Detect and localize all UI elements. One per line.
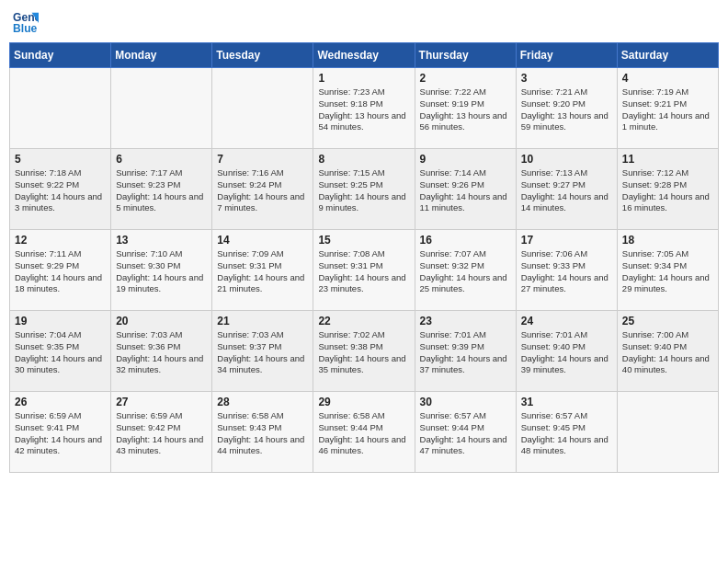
calendar-cell: 15Sunrise: 7:08 AMSunset: 9:31 PMDayligh… [313, 230, 415, 311]
calendar-cell: 27Sunrise: 6:59 AMSunset: 9:42 PMDayligh… [111, 392, 212, 473]
calendar-cell [212, 68, 313, 149]
calendar-cell [10, 68, 111, 149]
day-info: Sunrise: 7:01 AMSunset: 9:40 PMDaylight:… [521, 329, 612, 376]
calendar-cell: 21Sunrise: 7:03 AMSunset: 9:37 PMDayligh… [212, 311, 313, 392]
day-number: 22 [318, 315, 409, 327]
day-number: 27 [116, 396, 207, 408]
calendar-cell: 30Sunrise: 6:57 AMSunset: 9:44 PMDayligh… [415, 392, 516, 473]
day-info: Sunrise: 7:03 AMSunset: 9:37 PMDaylight:… [217, 329, 308, 376]
day-number: 14 [217, 234, 308, 247]
day-info: Sunrise: 6:59 AMSunset: 9:42 PMDaylight:… [116, 410, 207, 457]
calendar-cell: 24Sunrise: 7:01 AMSunset: 9:40 PMDayligh… [516, 311, 617, 392]
calendar-cell: 4Sunrise: 7:19 AMSunset: 9:21 PMDaylight… [617, 68, 718, 149]
calendar-cell [617, 392, 718, 473]
day-number: 31 [521, 396, 612, 408]
calendar-cell: 2Sunrise: 7:22 AMSunset: 9:19 PMDaylight… [415, 68, 516, 149]
calendar-week-row: 5Sunrise: 7:18 AMSunset: 9:22 PMDaylight… [10, 149, 719, 230]
day-info: Sunrise: 7:12 AMSunset: 9:28 PMDaylight:… [622, 167, 713, 214]
day-number: 17 [521, 234, 612, 247]
day-info: Sunrise: 7:18 AMSunset: 9:22 PMDaylight:… [15, 167, 106, 214]
day-info: Sunrise: 7:23 AMSunset: 9:18 PMDaylight:… [318, 86, 409, 133]
calendar-cell: 26Sunrise: 6:59 AMSunset: 9:41 PMDayligh… [10, 392, 111, 473]
day-info: Sunrise: 7:07 AMSunset: 9:32 PMDaylight:… [420, 248, 511, 295]
header: General Blue [9, 9, 719, 35]
calendar-cell: 25Sunrise: 7:00 AMSunset: 9:40 PMDayligh… [617, 311, 718, 392]
calendar-week-row: 12Sunrise: 7:11 AMSunset: 9:29 PMDayligh… [10, 230, 719, 311]
day-number: 30 [420, 396, 511, 408]
calendar-week-row: 1Sunrise: 7:23 AMSunset: 9:18 PMDaylight… [10, 68, 719, 149]
day-info: Sunrise: 7:08 AMSunset: 9:31 PMDaylight:… [318, 248, 409, 295]
calendar-cell: 29Sunrise: 6:58 AMSunset: 9:44 PMDayligh… [313, 392, 415, 473]
logo-icon: General Blue [13, 9, 39, 35]
calendar-cell: 12Sunrise: 7:11 AMSunset: 9:29 PMDayligh… [10, 230, 111, 311]
day-info: Sunrise: 7:09 AMSunset: 9:31 PMDaylight:… [217, 248, 308, 295]
day-number: 2 [420, 72, 511, 85]
day-info: Sunrise: 7:16 AMSunset: 9:24 PMDaylight:… [217, 167, 308, 214]
calendar-cell: 10Sunrise: 7:13 AMSunset: 9:27 PMDayligh… [516, 149, 617, 230]
day-info: Sunrise: 6:57 AMSunset: 9:44 PMDaylight:… [420, 410, 511, 457]
day-info: Sunrise: 6:57 AMSunset: 9:45 PMDaylight:… [521, 410, 612, 457]
day-number: 15 [318, 234, 409, 247]
day-number: 20 [116, 315, 207, 327]
calendar-cell: 28Sunrise: 6:58 AMSunset: 9:43 PMDayligh… [212, 392, 313, 473]
calendar-cell: 9Sunrise: 7:14 AMSunset: 9:26 PMDaylight… [415, 149, 516, 230]
calendar-cell: 13Sunrise: 7:10 AMSunset: 9:30 PMDayligh… [111, 230, 212, 311]
day-number: 19 [15, 315, 106, 327]
day-number: 11 [622, 153, 713, 166]
header-day-thursday: Thursday [415, 43, 516, 68]
day-info: Sunrise: 6:59 AMSunset: 9:41 PMDaylight:… [15, 410, 106, 457]
day-info: Sunrise: 7:00 AMSunset: 9:40 PMDaylight:… [622, 329, 713, 376]
day-number: 10 [521, 153, 612, 166]
calendar-cell: 7Sunrise: 7:16 AMSunset: 9:24 PMDaylight… [212, 149, 313, 230]
calendar-week-row: 19Sunrise: 7:04 AMSunset: 9:35 PMDayligh… [10, 311, 719, 392]
header-day-saturday: Saturday [617, 43, 718, 68]
calendar-cell: 8Sunrise: 7:15 AMSunset: 9:25 PMDaylight… [313, 149, 415, 230]
calendar-cell: 14Sunrise: 7:09 AMSunset: 9:31 PMDayligh… [212, 230, 313, 311]
day-info: Sunrise: 7:15 AMSunset: 9:25 PMDaylight:… [318, 167, 409, 214]
header-day-friday: Friday [516, 43, 617, 68]
day-info: Sunrise: 7:05 AMSunset: 9:34 PMDaylight:… [622, 248, 713, 295]
calendar-cell: 11Sunrise: 7:12 AMSunset: 9:28 PMDayligh… [617, 149, 718, 230]
day-number: 8 [318, 153, 409, 166]
day-number: 4 [622, 72, 713, 85]
day-info: Sunrise: 7:14 AMSunset: 9:26 PMDaylight:… [420, 167, 511, 214]
calendar-cell: 1Sunrise: 7:23 AMSunset: 9:18 PMDaylight… [313, 68, 415, 149]
header-day-sunday: Sunday [10, 43, 111, 68]
day-number: 16 [420, 234, 511, 247]
calendar-header-row: SundayMondayTuesdayWednesdayThursdayFrid… [10, 43, 719, 68]
calendar-cell: 18Sunrise: 7:05 AMSunset: 9:34 PMDayligh… [617, 230, 718, 311]
day-info: Sunrise: 7:17 AMSunset: 9:23 PMDaylight:… [116, 167, 207, 214]
day-info: Sunrise: 7:11 AMSunset: 9:29 PMDaylight:… [15, 248, 106, 295]
day-number: 5 [15, 153, 106, 166]
calendar-cell: 17Sunrise: 7:06 AMSunset: 9:33 PMDayligh… [516, 230, 617, 311]
day-number: 3 [521, 72, 612, 85]
day-info: Sunrise: 7:22 AMSunset: 9:19 PMDaylight:… [420, 86, 511, 133]
day-info: Sunrise: 7:02 AMSunset: 9:38 PMDaylight:… [318, 329, 409, 376]
day-number: 23 [420, 315, 511, 327]
svg-text:Blue: Blue [13, 22, 38, 35]
calendar-week-row: 26Sunrise: 6:59 AMSunset: 9:41 PMDayligh… [10, 392, 719, 473]
calendar-cell: 3Sunrise: 7:21 AMSunset: 9:20 PMDaylight… [516, 68, 617, 149]
calendar-cell: 20Sunrise: 7:03 AMSunset: 9:36 PMDayligh… [111, 311, 212, 392]
day-info: Sunrise: 7:13 AMSunset: 9:27 PMDaylight:… [521, 167, 612, 214]
day-info: Sunrise: 7:04 AMSunset: 9:35 PMDaylight:… [15, 329, 106, 376]
day-number: 26 [15, 396, 106, 408]
day-number: 21 [217, 315, 308, 327]
day-info: Sunrise: 7:10 AMSunset: 9:30 PMDaylight:… [116, 248, 207, 295]
day-number: 25 [622, 315, 713, 327]
day-info: Sunrise: 7:21 AMSunset: 9:20 PMDaylight:… [521, 86, 612, 133]
calendar-cell: 16Sunrise: 7:07 AMSunset: 9:32 PMDayligh… [415, 230, 516, 311]
day-number: 6 [116, 153, 207, 166]
header-day-tuesday: Tuesday [212, 43, 313, 68]
day-number: 13 [116, 234, 207, 247]
day-info: Sunrise: 7:01 AMSunset: 9:39 PMDaylight:… [420, 329, 511, 376]
day-number: 9 [420, 153, 511, 166]
day-number: 1 [318, 72, 409, 85]
calendar-table: SundayMondayTuesdayWednesdayThursdayFrid… [9, 42, 719, 473]
header-day-wednesday: Wednesday [313, 43, 415, 68]
day-info: Sunrise: 7:03 AMSunset: 9:36 PMDaylight:… [116, 329, 207, 376]
calendar-cell: 5Sunrise: 7:18 AMSunset: 9:22 PMDaylight… [10, 149, 111, 230]
day-number: 24 [521, 315, 612, 327]
calendar-cell: 6Sunrise: 7:17 AMSunset: 9:23 PMDaylight… [111, 149, 212, 230]
calendar-cell: 23Sunrise: 7:01 AMSunset: 9:39 PMDayligh… [415, 311, 516, 392]
